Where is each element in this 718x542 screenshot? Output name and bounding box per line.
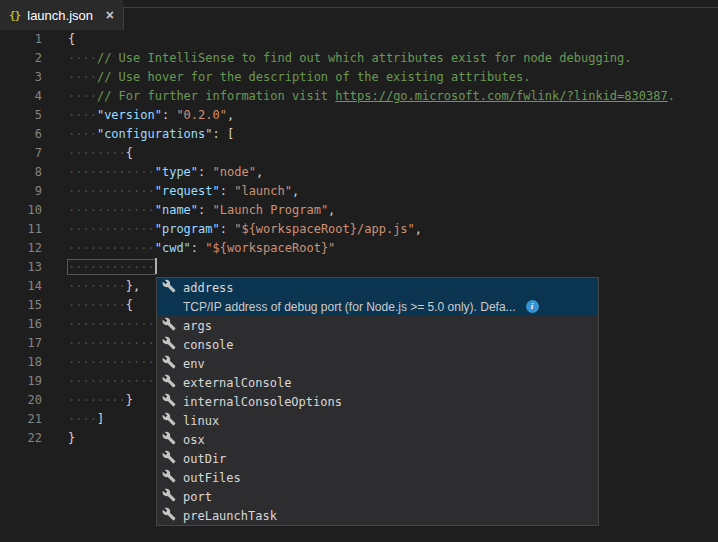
code-token: "${workspaceRoot}": [205, 241, 335, 255]
wrench-icon: [162, 468, 183, 487]
code-line[interactable]: 6····"configurations": [: [0, 125, 718, 144]
suggest-item[interactable]: externalConsole: [157, 373, 598, 392]
tab-launch-json[interactable]: {} launch.json ×: [0, 0, 123, 30]
line-number: 13: [0, 258, 42, 277]
whitespace-dots: ············: [68, 184, 155, 198]
code-text: ····]: [68, 412, 104, 426]
line-number: 6: [0, 125, 42, 144]
wrench-icon: [162, 373, 183, 392]
code-text: ············"program": "${workspaceRoot}…: [68, 222, 422, 236]
whitespace-dots: ····: [68, 108, 97, 122]
suggest-item[interactable]: port: [157, 487, 598, 506]
whitespace-dots: ············: [68, 260, 155, 274]
tab-title: launch.json: [27, 8, 99, 23]
wrench-icon: [162, 316, 183, 335]
code-line[interactable]: 3····// Use hover for the description of…: [0, 68, 718, 87]
suggest-selected-row[interactable]: address: [157, 278, 598, 297]
line-number: 2: [0, 49, 42, 68]
suggest-description: TCP/IP address of debug port (for Node.j…: [183, 300, 516, 314]
whitespace-dots: ····: [68, 70, 97, 84]
code-line[interactable]: 10············"name": "Launch Program",: [0, 201, 718, 220]
code-token: // Use hover for the description of the …: [97, 70, 530, 84]
code-token: : [: [213, 127, 235, 141]
text-cursor: [155, 258, 157, 274]
code-text: ····// Use hover for the description of …: [68, 70, 530, 84]
wrench-icon: [162, 487, 183, 506]
line-number: 4: [0, 87, 42, 106]
code-text: ········{: [68, 146, 133, 160]
comment-link[interactable]: https://go.microsoft.com/fwlink/?linkid=…: [335, 89, 667, 103]
tab-bar: {} launch.json ×: [0, 0, 718, 30]
suggest-item[interactable]: outDir: [157, 449, 598, 468]
line-number: 3: [0, 68, 42, 87]
line-number: 10: [0, 201, 42, 220]
suggest-item[interactable]: env: [157, 354, 598, 373]
code-line[interactable]: 5····"version": "0.2.0",: [0, 106, 718, 125]
line-number: 5: [0, 106, 42, 125]
code-line[interactable]: 9············"request": "launch",: [0, 182, 718, 201]
code-token: }: [68, 431, 75, 445]
code-token: ]: [97, 412, 104, 426]
code-line[interactable]: 12············"cwd": "${workspaceRoot}": [0, 239, 718, 258]
code-line[interactable]: 13············: [0, 258, 718, 277]
whitespace-dots: ············: [68, 336, 155, 350]
suggest-item[interactable]: args: [157, 316, 598, 335]
code-text: {: [68, 32, 75, 46]
code-token: // For further information visit: [97, 89, 335, 103]
code-line[interactable]: 8············"type": "node",: [0, 163, 718, 182]
wrench-icon: [162, 354, 183, 373]
json-file-icon: {}: [9, 9, 20, 22]
line-number: 21: [0, 410, 42, 429]
tab-bar-empty-area: [123, 7, 718, 30]
code-text: ············: [68, 260, 157, 274]
code-token: // Use IntelliSense to find out which at…: [97, 51, 632, 65]
suggest-item[interactable]: outFiles: [157, 468, 598, 487]
code-text: ····// Use IntelliSense to find out whic…: [68, 51, 632, 65]
line-number: 16: [0, 315, 42, 334]
suggest-item[interactable]: internalConsoleOptions: [157, 392, 598, 411]
suggest-item[interactable]: osx: [157, 430, 598, 449]
intellisense-suggest-widget: address TCP/IP address of debug port (fo…: [156, 277, 599, 526]
suggest-label: linux: [183, 414, 219, 428]
suggest-label: port: [183, 490, 212, 504]
code-text: ····"configurations": [: [68, 127, 234, 141]
code-token: },: [126, 279, 140, 293]
code-token: "node": [213, 165, 256, 179]
line-number: 12: [0, 239, 42, 258]
code-line[interactable]: 2····// Use IntelliSense to find out whi…: [0, 49, 718, 68]
code-token: "configurations": [97, 127, 213, 141]
whitespace-dots: ············: [68, 165, 155, 179]
code-text: ············"request": "launch",: [68, 184, 299, 198]
whitespace-dots: ············: [68, 317, 155, 331]
wrench-icon: [162, 430, 183, 449]
wrench-icon: [162, 449, 183, 468]
suggest-description-row: TCP/IP address of debug port (for Node.j…: [157, 297, 598, 316]
suggest-item[interactable]: linux: [157, 411, 598, 430]
code-token: "program": [155, 222, 220, 236]
suggest-list: args console env externalConsole interna…: [157, 316, 598, 525]
whitespace-dots: ············: [68, 203, 155, 217]
code-text: ········{: [68, 298, 133, 312]
suggest-item[interactable]: console: [157, 335, 598, 354]
code-token: ,: [328, 203, 335, 217]
suggest-label: internalConsoleOptions: [183, 395, 342, 409]
code-token: ,: [292, 184, 299, 198]
line-number: 7: [0, 144, 42, 163]
code-line[interactable]: 7········{: [0, 144, 718, 163]
code-token: .: [668, 89, 675, 103]
suggest-label: externalConsole: [183, 376, 291, 390]
code-text: ············"cwd": "${workspaceRoot}": [68, 241, 335, 255]
code-token: :: [220, 222, 234, 236]
suggest-item[interactable]: preLaunchTask: [157, 506, 598, 525]
wrench-icon: [162, 392, 183, 411]
code-line[interactable]: 1{: [0, 30, 718, 49]
code-line[interactable]: 4····// For further information visit ht…: [0, 87, 718, 106]
info-icon[interactable]: i: [526, 300, 539, 313]
suggest-label: osx: [183, 433, 205, 447]
suggest-label: args: [183, 319, 212, 333]
code-token: ,: [227, 108, 234, 122]
suggest-item-selected[interactable]: address TCP/IP address of debug port (fo…: [157, 278, 598, 316]
code-token: "name": [155, 203, 198, 217]
close-icon[interactable]: ×: [106, 8, 114, 22]
code-line[interactable]: 11············"program": "${workspaceRoo…: [0, 220, 718, 239]
